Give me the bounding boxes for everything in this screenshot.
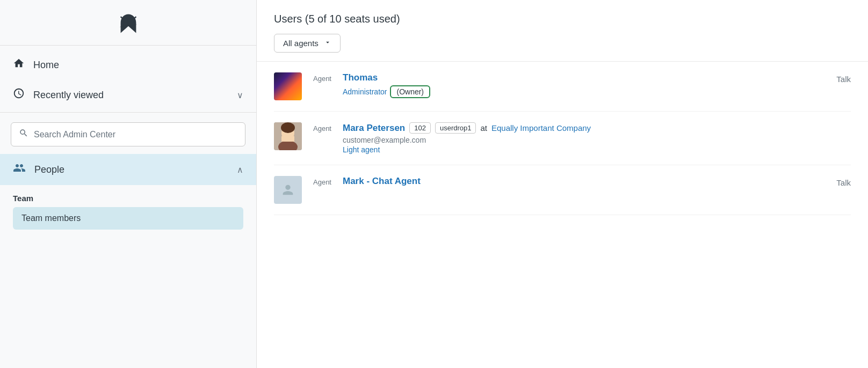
table-row: Agent Mark - Chat Agent Talk (274, 165, 851, 215)
svg-point-6 (281, 122, 295, 133)
user-name[interactable]: Mara Petersen (343, 123, 405, 134)
user-info: Mara Petersen 102 userdrop1 at Equally I… (343, 122, 851, 154)
search-placeholder: Search Admin Center (34, 130, 115, 139)
team-section: Team Team members (0, 185, 256, 234)
main-header: Users (5 of 10 seats used) All agents (257, 0, 868, 62)
zendesk-logo-icon (115, 11, 141, 36)
user-name[interactable]: Thomas (343, 72, 378, 83)
nav-divider (0, 112, 256, 113)
home-label: Home (33, 60, 59, 71)
agent-label: Agent (310, 176, 334, 186)
user-name-row: Thomas (343, 72, 828, 83)
people-chevron-icon: ∧ (237, 165, 243, 175)
user-name[interactable]: Mark - Chat Agent (343, 176, 421, 187)
people-label: People (34, 164, 228, 175)
team-heading: Team (13, 194, 243, 203)
filter-chevron-icon (324, 39, 331, 48)
agent-label: Agent (310, 122, 334, 133)
agent-label: Agent (310, 72, 334, 83)
sidebar-nav: Home Recently viewed ∨ Search Admin Cen (0, 46, 256, 238)
table-row: Agent Thomas Administrator (Owner) Talk (274, 62, 851, 112)
user-tag-userdrop1: userdrop1 (435, 122, 476, 134)
search-icon (19, 128, 28, 141)
user-type: Light agent (343, 145, 851, 154)
home-icon (13, 57, 25, 72)
recently-viewed-chevron-icon: ∨ (237, 90, 243, 100)
svg-point-0 (122, 18, 127, 23)
team-members-item[interactable]: Team members (13, 207, 243, 230)
avatar (274, 72, 302, 100)
avatar (274, 176, 302, 204)
admin-role: Administrator (343, 87, 387, 96)
sidebar-item-people[interactable]: People ∧ (0, 154, 256, 185)
people-icon (13, 161, 26, 178)
user-info: Thomas Administrator (Owner) (343, 72, 828, 98)
user-talk-label: Talk (836, 176, 851, 187)
user-admin-row: Administrator (Owner) (343, 85, 828, 98)
sidebar-logo-area (0, 0, 256, 46)
owner-badge: (Owner) (390, 85, 430, 98)
user-list: Agent Thomas Administrator (Owner) Talk (257, 62, 868, 215)
sidebar-item-home[interactable]: Home (0, 50, 256, 80)
svg-point-1 (129, 18, 134, 23)
user-talk-label: Talk (836, 72, 851, 84)
user-name-row: Mara Petersen 102 userdrop1 at Equally I… (343, 122, 851, 134)
svg-rect-5 (281, 136, 294, 142)
user-info: Mark - Chat Agent (343, 176, 828, 187)
recently-viewed-label: Recently viewed (33, 90, 104, 101)
sidebar-item-recently-viewed[interactable]: Recently viewed ∨ (0, 80, 256, 110)
user-name-row: Mark - Chat Agent (343, 176, 828, 187)
table-row: Agent Mara Petersen 102 userdrop1 at Equ… (274, 112, 851, 165)
user-company[interactable]: Equally Important Company (491, 123, 591, 133)
search-input[interactable]: Search Admin Center (11, 122, 245, 146)
sidebar: Home Recently viewed ∨ Search Admin Cen (0, 0, 257, 368)
users-title: Users (5 of 10 seats used) (274, 13, 851, 25)
search-area: Search Admin Center (0, 115, 256, 154)
filter-dropdown[interactable]: All agents (274, 34, 341, 53)
avatar (274, 122, 302, 150)
clock-icon (13, 87, 25, 102)
user-tag-102: 102 (409, 122, 431, 134)
filter-label: All agents (283, 39, 319, 48)
user-email: customer@example.com (343, 136, 851, 144)
user-at: at (480, 123, 487, 133)
main-content: Users (5 of 10 seats used) All agents Ag… (257, 0, 868, 368)
